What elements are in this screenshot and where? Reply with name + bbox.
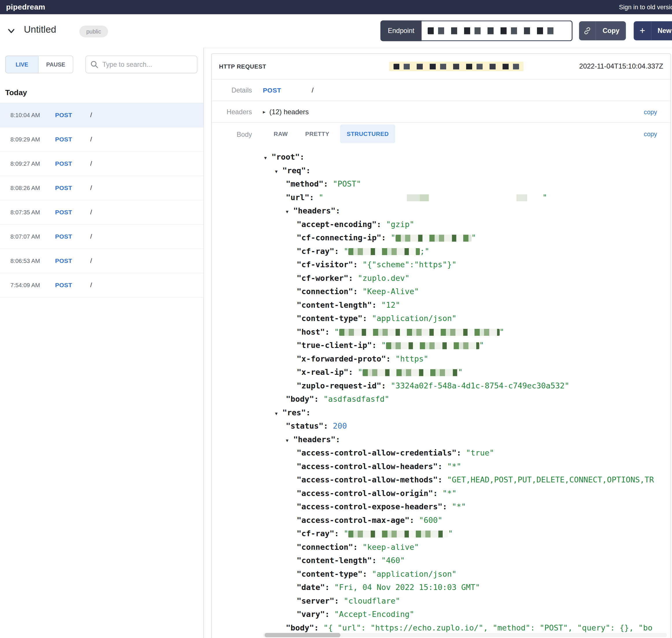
json-key: "connection"	[297, 542, 353, 552]
expand-arrow-icon[interactable]: ▸	[263, 109, 266, 115]
json-key: "status"	[286, 421, 323, 431]
json-key: "server"	[297, 596, 334, 605]
search-input[interactable]	[86, 55, 198, 73]
json-key: "access-control-allow-headers"	[297, 461, 438, 471]
json-key: "date"	[297, 583, 325, 592]
request-method: POST	[55, 282, 72, 289]
signin-old-version-link[interactable]: Sign in to old version	[619, 3, 672, 11]
json-value: "	[344, 247, 349, 256]
details-label: Details	[212, 86, 252, 94]
copy-endpoint-button[interactable]: Copy	[579, 21, 626, 40]
body-label: Body	[212, 131, 252, 138]
request-method: POST	[263, 86, 281, 94]
json-line: "cf-connecting-ip": ""	[212, 231, 671, 245]
list-item[interactable]: 7:54:09 AMPOST/	[0, 273, 204, 298]
json-line: "method": "POST"	[212, 177, 671, 190]
copy-body-link[interactable]: copy	[644, 131, 657, 137]
json-value: "	[458, 368, 463, 377]
json-value: "*"	[442, 488, 457, 498]
plus-icon[interactable]: +	[634, 21, 652, 40]
live-tab[interactable]: LIVE	[5, 55, 39, 73]
json-line: "access-control-max-age": "600"	[212, 513, 671, 527]
page-title[interactable]: Untitled	[24, 24, 56, 35]
json-key: "cf-visitor"	[297, 260, 353, 269]
request-time: 8:09:27 AM	[11, 161, 40, 167]
new-button-label[interactable]: New	[652, 27, 672, 35]
request-method: POST	[55, 136, 72, 143]
tab-pretty[interactable]: PRETTY	[299, 125, 336, 144]
list-item[interactable]: 8:08:26 AMPOST/	[0, 176, 204, 200]
redacted-value	[339, 329, 499, 336]
endpoint-url-field[interactable]	[422, 20, 573, 41]
list-item[interactable]: 8:10:04 AMPOST/	[0, 103, 204, 128]
json-value: "*"	[447, 461, 461, 471]
json-line: "body": "{ "url": "https://echo.zuplo.io…	[212, 621, 671, 635]
json-key: "content-type"	[297, 569, 363, 578]
collapse-arrow-icon[interactable]: ▾	[286, 434, 293, 448]
json-value: "	[499, 327, 504, 336]
request-time: 8:08:26 AM	[11, 185, 40, 191]
json-line: "host": ""	[212, 325, 671, 339]
search-icon	[90, 61, 99, 69]
json-key: "headers"	[293, 435, 335, 444]
json-line: "content-type": "application/json"	[212, 567, 671, 581]
headers-row: Headers ▸ (12) headers copy	[212, 101, 671, 123]
json-value: "460"	[381, 556, 405, 565]
tab-structured[interactable]: STRUCTURED	[340, 125, 396, 144]
request-list: 8:10:04 AMPOST/8:09:29 AMPOST/8:09:27 AM…	[0, 103, 204, 298]
collapse-arrow-icon[interactable]: ▾	[275, 407, 283, 420]
headers-label: Headers	[212, 108, 252, 116]
list-item[interactable]: 8:07:35 AMPOST/	[0, 200, 204, 225]
json-value: "	[479, 341, 484, 350]
list-item[interactable]: 8:07:07 AMPOST/	[0, 225, 204, 249]
collapse-arrow-icon[interactable]: ▾	[275, 165, 283, 179]
scrollbar-thumb[interactable]	[265, 633, 341, 637]
json-key: "cf-ray"	[297, 529, 334, 538]
json-value: "Accept-Encoding"	[334, 610, 414, 619]
json-value: "*"	[452, 502, 466, 511]
json-key: "host"	[297, 327, 325, 336]
json-value: "true"	[466, 448, 494, 457]
collapse-arrow-icon[interactable]: ▾	[286, 205, 293, 219]
list-item[interactable]: 8:06:53 AMPOST/	[0, 249, 204, 273]
json-value: "	[471, 233, 476, 242]
json-line: ▾"root":	[212, 150, 671, 164]
tab-raw[interactable]: RAW	[267, 125, 295, 144]
chevron-down-icon[interactable]	[7, 28, 16, 35]
json-key: "x-forwarded-proto"	[297, 354, 386, 363]
copy-button-label[interactable]: Copy	[596, 27, 626, 35]
json-value: "	[381, 341, 386, 350]
json-key: "cf-worker"	[297, 273, 349, 283]
search-box	[86, 55, 198, 73]
json-line: "zuplo-request-id": "3324a02f-548a-4d1c-…	[212, 379, 671, 392]
json-value: "https"	[395, 354, 428, 363]
copy-headers-link[interactable]: copy	[644, 108, 657, 115]
new-bin-button[interactable]: + New	[634, 21, 672, 40]
json-line: "cf-ray": ";"	[212, 245, 671, 258]
json-line: ▾"headers":	[212, 433, 671, 446]
collapse-arrow-icon[interactable]: ▾	[264, 152, 272, 165]
json-key: "access-control-allow-credentials"	[297, 448, 457, 457]
request-time: 8:06:53 AM	[11, 258, 40, 264]
json-key: "res"	[283, 408, 306, 417]
request-time: 8:07:07 AM	[11, 233, 40, 240]
request-path: /	[312, 86, 314, 94]
json-line: "cf-worker": "zuplo.dev"	[212, 271, 671, 285]
json-value: "application/json"	[372, 569, 457, 578]
json-key: "body"	[286, 394, 314, 404]
json-value: "	[319, 192, 323, 202]
link-icon[interactable]	[579, 21, 596, 40]
headers-summary[interactable]: (12) headers	[269, 108, 309, 116]
request-panel: HTTP REQUEST 2022-11-04T15:10:04.337Z De…	[212, 53, 671, 638]
pause-tab[interactable]: PAUSE	[39, 55, 73, 73]
request-timestamp: 2022-11-04T15:10:04.337Z	[579, 63, 663, 70]
list-item[interactable]: 8:09:29 AMPOST/	[0, 128, 204, 152]
json-line: "connection": "keep-alive"	[212, 540, 671, 554]
json-key: "cf-connecting-ip"	[297, 233, 381, 242]
list-item[interactable]: 8:09:27 AMPOST/	[0, 152, 204, 176]
request-method: POST	[55, 209, 72, 216]
endpoint-button[interactable]: Endpoint	[381, 20, 422, 41]
json-value: "Fri, 04 Nov 2022 15:10:03 GMT"	[334, 583, 480, 592]
json-line: "accept-encoding": "gzip"	[212, 218, 671, 231]
horizontal-scrollbar[interactable]	[263, 633, 667, 637]
